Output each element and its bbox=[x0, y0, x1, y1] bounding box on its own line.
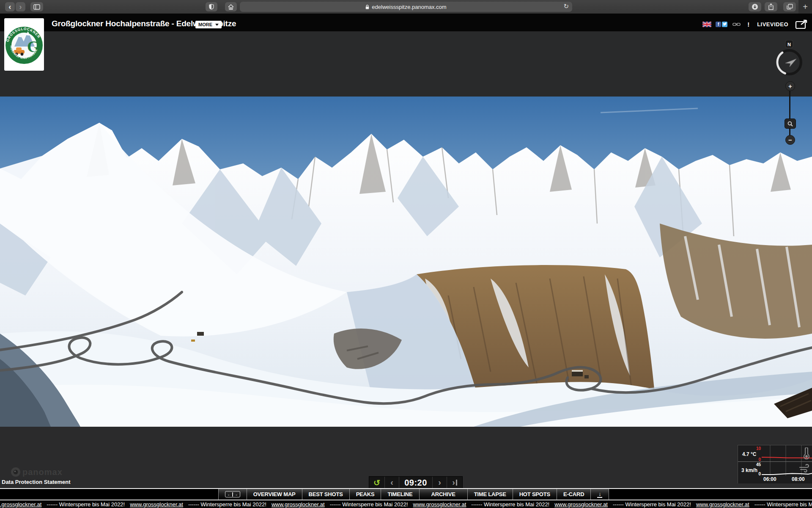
ticker-link[interactable]: www.grossglockner.at bbox=[413, 501, 466, 508]
ticker-link[interactable]: .grossglockner.at bbox=[0, 501, 41, 508]
grossglockner-emblem: G GROSSGLOCKNER HOCHALPENSTRASSE bbox=[5, 19, 43, 69]
zoom-slider-handle[interactable] bbox=[785, 119, 796, 129]
current-time-display[interactable]: 09:20 bbox=[399, 477, 432, 489]
ticker-notice: ------ Wintersperre bis Mai 2022! bbox=[47, 501, 125, 508]
home-icon bbox=[228, 4, 234, 10]
zoom-out-button[interactable]: − bbox=[785, 135, 795, 145]
privacy-report-button[interactable] bbox=[206, 2, 217, 11]
prev-icon: ‹ bbox=[390, 478, 393, 487]
compass-control[interactable]: N bbox=[774, 40, 804, 77]
permalink-icon[interactable] bbox=[732, 22, 741, 27]
livevideo-button[interactable]: LIVEVIDEO bbox=[757, 21, 788, 28]
sidebar-toggle-button[interactable] bbox=[30, 2, 43, 11]
overview-map-button[interactable]: OVERVIEW MAP bbox=[247, 489, 302, 500]
wind-max-label: 45 bbox=[755, 462, 761, 467]
ticker-notice: ------ Wintersperre bis Mai 2022! bbox=[330, 501, 408, 508]
ticker-notice: ------ Wintersperre bis Mai 2022! bbox=[754, 501, 812, 508]
temp-max-label: 10 bbox=[756, 446, 761, 451]
toolbar-buttons: ←→ OVERVIEW MAP BEST SHOTS PEAKS TIMELIN… bbox=[218, 489, 609, 500]
more-button[interactable]: MORE bbox=[195, 21, 222, 28]
back-icon: ‹ bbox=[8, 3, 11, 11]
browser-forward-button[interactable]: › bbox=[16, 2, 25, 11]
best-shots-button[interactable]: BEST SHOTS bbox=[302, 489, 349, 500]
reload-icon[interactable]: ↻ bbox=[563, 3, 569, 10]
peaks-button[interactable]: PEAKS bbox=[349, 489, 381, 500]
header-action-icons: f ! LIVEVIDEO bbox=[702, 19, 808, 30]
facebook-icon[interactable]: f bbox=[716, 22, 721, 27]
chevron-down-icon bbox=[215, 24, 219, 26]
ticker-notice: ------ Wintersperre bis Mai 2022! bbox=[188, 501, 266, 508]
pan-arrows-icon: ←→ bbox=[225, 491, 240, 497]
thermometer-icon bbox=[802, 447, 810, 459]
browser-toolbar: ‹ › edelweissspitze.panomax.com ↻ bbox=[0, 0, 812, 14]
share-button[interactable] bbox=[765, 2, 777, 11]
next-icon: › bbox=[438, 478, 441, 487]
browser-back-button[interactable]: ‹ bbox=[5, 2, 15, 11]
tab-overview-button[interactable] bbox=[783, 2, 796, 11]
lock-icon bbox=[365, 5, 369, 9]
download-circle-icon bbox=[752, 3, 758, 10]
grossglockner-logo[interactable]: G GROSSGLOCKNER HOCHALPENSTRASSE bbox=[4, 18, 44, 71]
ticker-notice: ------ Wintersperre bis Mai 2022! bbox=[613, 501, 691, 508]
main-toolbar: ←→ OVERVIEW MAP BEST SHOTS PEAKS TIMELIN… bbox=[0, 488, 812, 500]
time-label-late: 08:00 bbox=[792, 476, 805, 482]
download-button[interactable]: ↓ bbox=[590, 489, 609, 500]
zoom-track[interactable] bbox=[789, 86, 790, 140]
time-control-bar: ↺ ‹ 09:20 › › bbox=[369, 476, 463, 489]
uk-flag-icon[interactable] bbox=[702, 22, 711, 27]
download-icon: ↓ bbox=[597, 491, 602, 498]
play-loop-button[interactable]: ↺ bbox=[369, 477, 384, 489]
previous-image-button[interactable]: ‹ bbox=[384, 477, 399, 489]
archive-button[interactable]: ARCHIVE bbox=[419, 489, 467, 500]
compass-north-label: N bbox=[787, 42, 791, 47]
info-alert-icon[interactable]: ! bbox=[747, 21, 749, 28]
url-text: edelweissspitze.panomax.com bbox=[372, 4, 446, 10]
export-window-icon[interactable] bbox=[795, 19, 808, 29]
home-button[interactable] bbox=[225, 2, 237, 11]
ticker-link[interactable]: www.grossglockner.at bbox=[130, 501, 183, 508]
sidebar-icon bbox=[33, 4, 40, 10]
temperature-value: 4.7 °C bbox=[742, 451, 756, 457]
wind-value: 3 km/h bbox=[741, 467, 757, 473]
viewer-letterbox bbox=[0, 31, 812, 97]
ticker-link[interactable]: www.grossglockner.at bbox=[696, 501, 749, 508]
skip-to-latest-button[interactable]: › bbox=[447, 477, 462, 489]
timeline-button[interactable]: TIMELINE bbox=[381, 489, 419, 500]
more-label: MORE bbox=[198, 22, 212, 27]
panomax-wordmark: panomax bbox=[22, 467, 63, 477]
panomax-webcam-page: ‹ › edelweissspitze.panomax.com ↻ bbox=[0, 0, 812, 508]
wind-icon bbox=[799, 464, 811, 472]
skip-end-icon: › bbox=[452, 478, 457, 488]
address-bar[interactable]: edelweissspitze.panomax.com ↻ bbox=[240, 2, 572, 12]
downloads-button[interactable] bbox=[749, 2, 761, 11]
news-ticker: .grossglockner.at ------ Wintersperre bi… bbox=[0, 500, 812, 508]
mountain-panorama bbox=[0, 97, 812, 427]
ticker-notice: ------ Wintersperre bis Mai 2022! bbox=[471, 501, 549, 508]
e-card-button[interactable]: E-CARD bbox=[557, 489, 590, 500]
compass-icon: N bbox=[774, 40, 804, 77]
tabs-icon bbox=[787, 4, 793, 10]
zoom-control: + − bbox=[782, 81, 798, 145]
forward-icon: › bbox=[19, 3, 22, 11]
pan-mode-button[interactable]: ←→ bbox=[218, 489, 247, 500]
loop-icon: ↺ bbox=[373, 478, 380, 488]
weather-widget[interactable]: 4.7 °C 3 km/h 10 0 45 0 06:00 08:00 bbox=[738, 445, 812, 483]
ticker-link[interactable]: www.grossglockner.at bbox=[272, 501, 325, 508]
data-protection-link[interactable]: Data Protection Statement bbox=[2, 479, 71, 485]
wind-line bbox=[762, 473, 812, 475]
twitter-icon[interactable] bbox=[722, 22, 727, 27]
zoom-in-button[interactable]: + bbox=[785, 81, 795, 91]
share-icon bbox=[768, 3, 774, 10]
time-label-early: 06:00 bbox=[763, 476, 776, 482]
chart-divider bbox=[738, 461, 812, 462]
next-image-button[interactable]: › bbox=[432, 477, 447, 489]
plus-icon: + bbox=[803, 2, 808, 12]
shield-icon bbox=[209, 4, 214, 10]
time-lapse-button[interactable]: TIME LAPSE bbox=[467, 489, 513, 500]
new-tab-button[interactable]: + bbox=[798, 0, 812, 14]
hot-spots-button[interactable]: HOT SPOTS bbox=[513, 489, 557, 500]
ticker-link[interactable]: www.grossglockner.at bbox=[554, 501, 608, 508]
magnifier-icon bbox=[787, 121, 793, 127]
panorama-image[interactable] bbox=[0, 97, 812, 427]
wind-min-label: 0 bbox=[756, 472, 761, 476]
